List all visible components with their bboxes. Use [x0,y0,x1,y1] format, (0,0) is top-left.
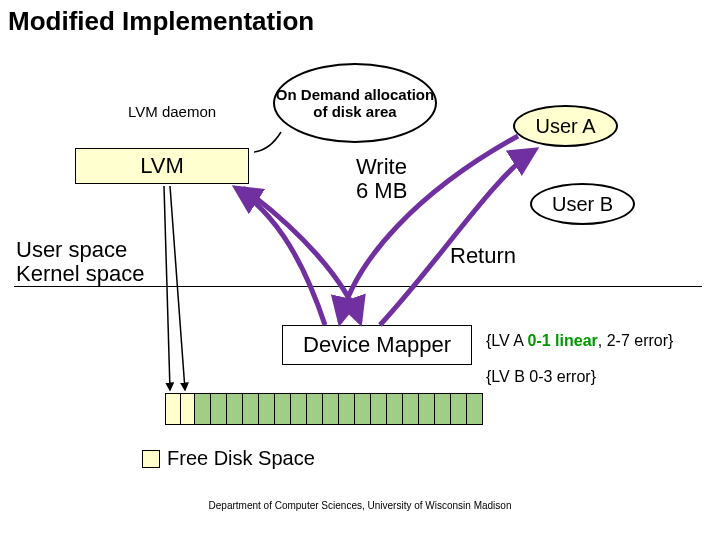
disk-block-green [386,394,402,424]
footer: Department of Computer Sciences, Univers… [200,500,520,511]
lv-a-prefix: {LV A [486,332,528,349]
disk-block-green [354,394,370,424]
disk-block-green [434,394,450,424]
disk-block-green [306,394,322,424]
disk-blocks [165,393,483,425]
disk-block-green [418,394,434,424]
svg-line-0 [164,186,170,390]
legend-swatch [142,450,160,468]
disk-block-green [210,394,226,424]
disk-block-green [194,394,210,424]
lv-a-suffix: , 2-7 error} [598,332,674,349]
space-divider [14,286,702,287]
disk-block-green [274,394,290,424]
user-a-ellipse: User A [513,105,618,147]
disk-block-green [450,394,466,424]
slide-title: Modified Implementation [8,6,314,37]
lv-a-config: {LV A 0-1 linear, 2-7 error} [486,332,673,350]
disk-block-green [290,394,306,424]
on-demand-callout: On Demand allocation of disk area [273,63,437,143]
disk-block-green [402,394,418,424]
write-label: Write 6 MB [356,155,407,203]
disk-block-green [226,394,242,424]
disk-block-yellow [180,394,194,424]
disk-block-green [370,394,386,424]
lvm-box: LVM [75,148,249,184]
disk-block-yellow [166,394,180,424]
svg-line-1 [170,186,185,390]
lvm-daemon-label: LVM daemon [128,103,216,120]
user-space-label: User space [16,238,127,262]
disk-block-green [338,394,354,424]
lv-b-config: {LV B 0-3 error} [486,368,596,386]
kernel-space-label: Kernel space [16,262,144,286]
disk-block-green [466,394,482,424]
disk-block-green [242,394,258,424]
return-label: Return [450,243,516,269]
lv-a-linear: 0-1 linear [528,332,598,349]
device-mapper-box: Device Mapper [282,325,472,365]
user-b-ellipse: User B [530,183,635,225]
disk-block-green [258,394,274,424]
disk-block-green [322,394,338,424]
legend-label: Free Disk Space [167,447,315,470]
legend: Free Disk Space [142,447,315,470]
